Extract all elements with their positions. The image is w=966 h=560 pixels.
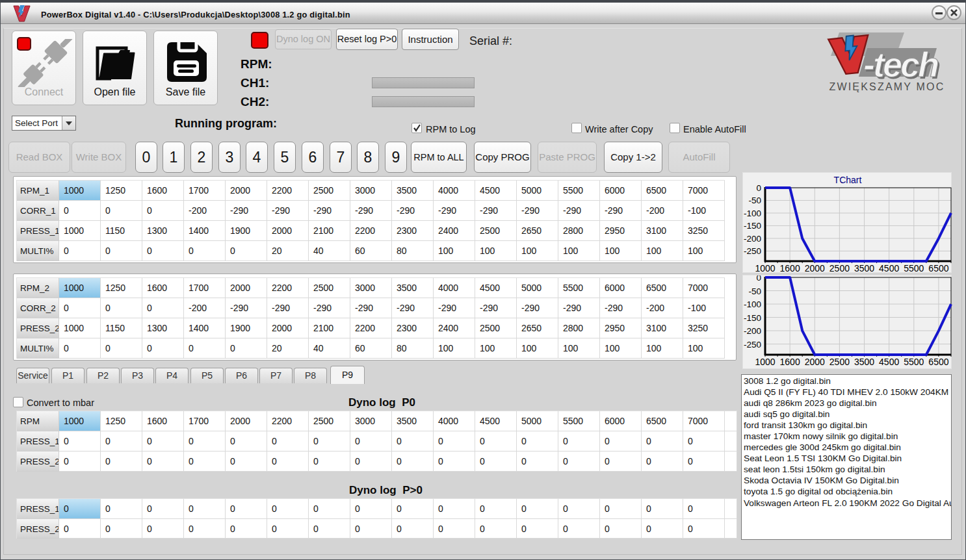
svg-text:-250: -250 <box>744 340 761 350</box>
svg-text:4500: 4500 <box>879 357 899 367</box>
svg-text:3500: 3500 <box>854 263 874 274</box>
svg-text:0: 0 <box>756 275 761 283</box>
svg-text:1600: 1600 <box>780 357 800 367</box>
svg-text:-100: -100 <box>744 209 761 218</box>
svg-text:-150: -150 <box>744 221 761 231</box>
svg-text:2500: 2500 <box>829 357 850 367</box>
svg-text:-50: -50 <box>748 196 761 205</box>
svg-text:1000: 1000 <box>755 357 775 367</box>
svg-text:-100: -100 <box>744 299 761 309</box>
svg-text:6500: 6500 <box>928 357 948 367</box>
svg-text:-250: -250 <box>744 246 761 256</box>
svg-text:6500: 6500 <box>928 263 948 274</box>
svg-text:4500: 4500 <box>879 263 899 274</box>
svg-text:-200: -200 <box>744 234 761 244</box>
svg-text:2000: 2000 <box>805 357 825 367</box>
svg-text:-tech: -tech <box>863 45 938 84</box>
svg-text:2500: 2500 <box>829 263 850 274</box>
svg-text:5500: 5500 <box>904 357 924 367</box>
svg-text:2000: 2000 <box>805 263 825 274</box>
svg-text:TChart: TChart <box>834 175 862 185</box>
svg-text:1600: 1600 <box>780 263 800 274</box>
svg-text:-150: -150 <box>744 313 761 323</box>
svg-text:0: 0 <box>756 183 761 193</box>
svg-text:5500: 5500 <box>904 263 924 274</box>
svg-text:-50: -50 <box>748 286 761 296</box>
svg-text:1000: 1000 <box>755 263 775 274</box>
svg-text:3500: 3500 <box>854 357 874 367</box>
svg-text:-200: -200 <box>744 326 761 336</box>
